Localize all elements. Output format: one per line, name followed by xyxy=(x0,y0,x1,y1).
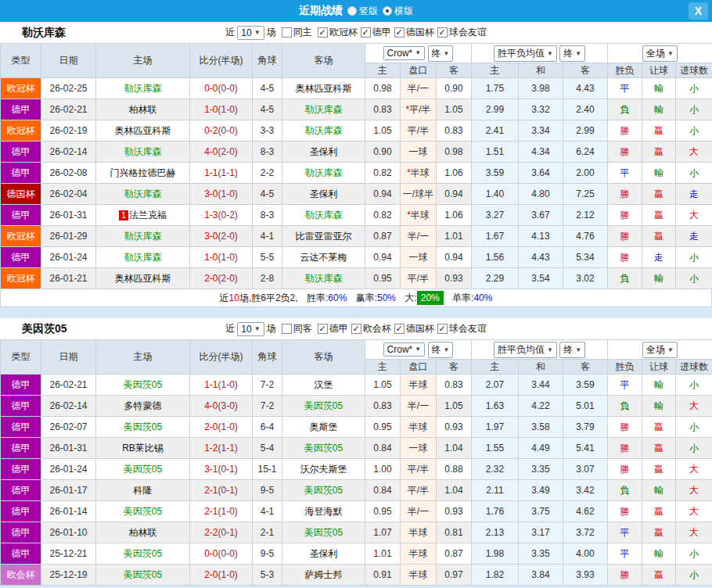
result-wdl: 勝 xyxy=(608,247,642,268)
league-filter-checkbox[interactable]: ✓球会友谊 xyxy=(437,322,487,335)
halftime-score: (2-0) xyxy=(218,146,238,157)
big-rate-badge: 20% xyxy=(417,291,444,305)
checkbox-icon[interactable] xyxy=(282,324,292,334)
checkbox-icon[interactable]: ✓ xyxy=(437,324,448,334)
halftime-score: (1-1) xyxy=(218,443,238,454)
summary-row: 近10场,胜6平2负2, 胜率:60% 赢率:50% 大:20% 单率:40% xyxy=(0,289,712,307)
home-team: 柏林联 xyxy=(96,99,190,120)
home-team-name: 勒沃库森 xyxy=(124,188,162,199)
away-team-name: 美因茨05 xyxy=(304,527,343,538)
away-odds: 0.83 xyxy=(437,120,472,142)
result-handicap: 輸 xyxy=(642,99,676,120)
result-wdl: 平 xyxy=(608,375,642,396)
league-badge: 欧冠杯 xyxy=(1,268,41,289)
away-team: 勒沃库森 xyxy=(282,268,365,289)
avg-state-select[interactable]: 终▼ xyxy=(559,342,585,358)
radio-horizontal-label[interactable]: 横版 xyxy=(394,5,413,18)
away-team-name: 勒沃库森 xyxy=(305,125,343,136)
odds-company-select[interactable]: Crow*▼ xyxy=(383,46,426,60)
away-odds: 0.83 xyxy=(437,375,472,396)
avg-win-odds: 1.97 xyxy=(472,417,519,438)
handicap-value: 半/一 xyxy=(408,231,429,242)
result-goals: 小 xyxy=(676,99,712,120)
home-team: 奥林匹亚科斯 xyxy=(96,268,190,289)
away-odds: 0.94 xyxy=(437,247,472,268)
radio-vertical-icon[interactable] xyxy=(347,6,357,16)
match-row: 欧会杯25-12-19美因茨052-0(1-0)5-3萨姆士邦0.91半球0.9… xyxy=(1,565,712,586)
match-row: 德甲26-01-24美因茨053-1(0-1)15-1沃尔夫斯堡1.00平/半0… xyxy=(1,459,712,480)
titlebar-center: 近期战绩 竖版 横版 xyxy=(0,0,712,22)
league-filter-checkbox[interactable]: ✓球会友谊 xyxy=(437,26,487,39)
checkbox-icon[interactable]: ✓ xyxy=(351,324,361,334)
layout-vertical-option[interactable]: 竖版 xyxy=(347,5,378,18)
away-team: 圣保利 xyxy=(282,543,365,565)
home-odds: 0.82 xyxy=(365,205,401,226)
handicap: 一球 xyxy=(401,438,437,459)
checkbox-icon[interactable]: ✓ xyxy=(318,27,328,38)
layout-horizontal-option[interactable]: 横版 xyxy=(383,5,413,18)
results-table-leverkusen: 类型 日期 主场 比分(半场) 角球 客场 Crow*▼ 终▼ 胜平负均值▼ 终… xyxy=(0,43,712,289)
radio-horizontal-icon[interactable] xyxy=(383,6,392,16)
checkbox-icon[interactable]: ✓ xyxy=(394,324,405,334)
away-odds: 1.01 xyxy=(437,226,472,247)
avg-type-select[interactable]: 胜平负均值▼ xyxy=(494,45,557,62)
league-filter-label: 球会友谊 xyxy=(449,26,487,39)
score-cell: 4-0(2-0) xyxy=(190,142,253,163)
league-filter-label: 欧会杯 xyxy=(363,322,391,335)
odds-company-select[interactable]: Crow*▼ xyxy=(383,342,426,357)
avg-win-odds: 2.41 xyxy=(472,120,519,142)
away-team: 海登海默 xyxy=(282,501,365,522)
result-wdl: 勝 xyxy=(608,184,642,205)
match-date: 26-02-08 xyxy=(41,163,96,184)
result-wdl: 勝 xyxy=(608,459,642,480)
match-count-select[interactable]: 10▼ xyxy=(237,322,264,336)
handicap: 一球 xyxy=(401,142,437,163)
away-team: 圣保利 xyxy=(282,184,365,205)
result-handicap: 贏 xyxy=(642,459,676,480)
scope-select[interactable]: 全场▼ xyxy=(642,45,678,62)
odds-state-select[interactable]: 终▼ xyxy=(428,45,454,62)
checkbox-icon[interactable]: ✓ xyxy=(437,27,448,38)
handicap: 半/一 xyxy=(401,226,437,247)
scope-select[interactable]: 全场▼ xyxy=(642,342,678,358)
result-handicap: 輸 xyxy=(642,396,676,417)
chevron-down-icon: ▼ xyxy=(667,50,674,57)
handicap: 半球 xyxy=(401,417,437,438)
handicap: 半球 xyxy=(401,565,437,586)
avg-win-odds: 1.63 xyxy=(472,396,519,417)
league-filter-checkbox[interactable]: ✓德甲 xyxy=(361,26,391,39)
score-cell: 2-0(1-0) xyxy=(190,417,253,438)
league-badge: 欧冠杯 xyxy=(1,78,41,99)
radio-vertical-label[interactable]: 竖版 xyxy=(359,5,378,18)
halftime-score: (0-0) xyxy=(218,548,238,559)
result-wdl: 平 xyxy=(608,543,642,565)
away-team: 勒沃库森 xyxy=(282,120,365,142)
home-team-name: 美因茨05 xyxy=(124,421,162,432)
match-row: 德甲26-02-14多特蒙德4-0(3-0)7-2美因茨050.83半/一1.0… xyxy=(1,396,712,417)
match-row: 欧冠杯26-01-29勒沃库森3-0(2-0)4-1比雷亚雷亚尔0.87半/一1… xyxy=(1,226,712,247)
handicap: 半球 xyxy=(401,543,437,565)
close-button[interactable]: X xyxy=(689,2,708,20)
fulltime-score: 2-0 xyxy=(204,421,218,432)
checkbox-icon[interactable]: ✓ xyxy=(361,27,371,38)
odds-group-header: Crow*▼ 终▼ xyxy=(365,340,472,360)
same-venue-filter[interactable]: 同客 xyxy=(282,322,312,335)
handicap: 一球 xyxy=(401,247,437,268)
checkbox-icon[interactable] xyxy=(282,27,292,38)
match-count-select[interactable]: 10▼ xyxy=(237,26,264,40)
league-filter-checkbox[interactable]: ✓德国杯 xyxy=(394,26,434,39)
odds-state-select[interactable]: 终▼ xyxy=(428,342,454,358)
corners: 4-5 xyxy=(253,184,282,205)
checkbox-icon[interactable]: ✓ xyxy=(394,27,405,38)
league-filter-checkbox[interactable]: ✓德甲 xyxy=(318,322,348,335)
same-venue-filter[interactable]: 同主 xyxy=(282,26,312,39)
league-filter-checkbox[interactable]: ✓欧会杯 xyxy=(351,322,391,335)
checkbox-icon[interactable]: ✓ xyxy=(318,324,328,334)
league-badge: 德甲 xyxy=(1,543,41,565)
avg-type-select[interactable]: 胜平负均值▼ xyxy=(494,342,557,358)
league-filter-checkbox[interactable]: ✓欧冠杯 xyxy=(318,26,358,39)
league-filter-checkbox[interactable]: ✓德国杯 xyxy=(394,322,434,335)
match-row: 德甲25-12-21美因茨050-0(0-0)9-5圣保利1.01半球0.871… xyxy=(1,543,712,565)
avg-state-select[interactable]: 终▼ xyxy=(559,45,585,62)
section-header-leverkusen: 勒沃库森 近 10▼ 场 同主 ✓欧冠杯✓德甲✓德国杯✓球会友谊 xyxy=(0,22,712,43)
